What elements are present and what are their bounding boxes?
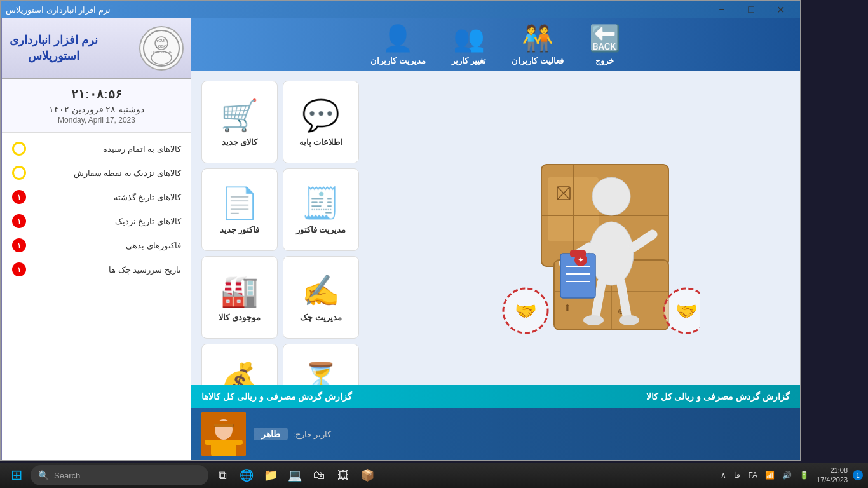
menu-icon-new-invoice: 📄 (220, 186, 259, 221)
alert-item-invoices-debt[interactable]: فاکتورهای بدهی۱ (7, 234, 186, 256)
menu-label-check-mgmt: مدیریت چک (300, 313, 342, 322)
menu-item-check-mgmt[interactable]: ✍️مدیریت چک (283, 256, 359, 339)
bottom-bar-link1[interactable]: گزارش گردش مصرفی و ریالی کل کالا (646, 391, 790, 402)
nav-item-exit[interactable]: 🔙خروج (589, 24, 621, 65)
minimize-button[interactable]: − (707, 1, 736, 18)
photoshop-icon[interactable]: 🖼 (332, 464, 355, 487)
svg-point-26 (583, 315, 604, 325)
menu-label-new-product: کالای جدید (222, 137, 258, 147)
menu-item-inventory[interactable]: 🏭موجودی کالا (201, 256, 278, 339)
app-title: نرم افزار انبارداری استوریلاس (10, 32, 98, 64)
menu-item-usage-history[interactable]: ⏳تاریخ مصرف (283, 344, 359, 385)
nav-label-change-user: تغییر کاربر (451, 56, 487, 65)
svg-point-0 (144, 30, 179, 66)
edge-icon[interactable]: 🌐 (235, 464, 258, 487)
app-icon-2[interactable]: 📦 (356, 464, 379, 487)
nav-label-user-mgmt: مدیریت کاربران (370, 56, 426, 65)
system-clock[interactable]: 21:08 17/4/2023 (817, 466, 848, 485)
nav-item-change-user[interactable]: 👥تغییر کاربر (451, 24, 487, 65)
menu-item-new-product[interactable]: 🛒کالای جدید (201, 81, 278, 163)
menu-icon-price-change: 💰 (220, 361, 259, 386)
alert-badge-red: ۱ (12, 238, 26, 252)
nav-label-user-activity: فعالیت کاربران (512, 56, 564, 65)
time-display: ۲۱:۰۸:۵۶ (10, 86, 184, 102)
nav-item-user-activity[interactable]: 🧑‍🤝‍🧑فعالیت کاربران (512, 24, 564, 65)
task-view-button[interactable]: ⧉ (211, 464, 234, 487)
menu-icon-basic-info: 💬 (302, 98, 340, 133)
taskbar-pinned-apps: ⧉ 🌐 📁 💻 🛍 🖼 📦 (211, 464, 379, 487)
window-title: نرم افزار انباردارى استوریلاس (6, 5, 111, 15)
menu-icon-check-mgmt: ✍️ (302, 273, 340, 309)
alert-label: تاریخ سررسید چک ها (109, 265, 181, 274)
clock-time: 21:08 (817, 466, 848, 475)
alert-badge-empty (12, 166, 26, 180)
avatar-icon (201, 412, 246, 456)
alert-item-near-expire[interactable]: کالاهای تاریخ نزدیک۱ (7, 210, 186, 232)
logo-icon: YOUR LOGO COMES HERE (142, 29, 180, 67)
title-bar: نرم افزار انباردارى استوریلاس − □ ✕ (1, 1, 800, 18)
taskbar-search-box[interactable]: 🔍 Search (31, 465, 208, 485)
svg-point-20 (592, 177, 630, 215)
nav-item-user-mgmt[interactable]: 👤مدیریت کاربران (370, 24, 426, 65)
icons-area: 🛒کالای جدید💬اطلاعات پایه📄فاکتور جدید🧾مدی… (191, 71, 800, 385)
app-icon-1[interactable]: 💻 (283, 464, 306, 487)
taskbar-left: ⊞ 🔍 Search ⧉ 🌐 📁 💻 🛍 🖼 📦 (5, 464, 379, 487)
user-info: کاربر خارج: طاهر (254, 428, 331, 440)
alert-label: کالاهای به اتمام رسیده (103, 144, 181, 154)
app-header: نرم افزار انبارداری استوریلاس YOUR LOGO … (2, 18, 191, 79)
maximize-button[interactable]: □ (736, 1, 766, 18)
icons-grid: 🛒کالای جدید💬اطلاعات پایه📄فاکتور جدید🧾مدی… (201, 81, 359, 375)
alerts-list: کالاهای به اتمام رسیدهکالاهای نزدیک به ن… (2, 133, 191, 460)
search-icon: 🔍 (38, 470, 49, 480)
search-placeholder: Search (54, 471, 80, 480)
menu-item-new-invoice[interactable]: 📄فاکتور جدید (201, 168, 278, 251)
start-button[interactable]: ⊞ (5, 464, 28, 487)
user-name: طاهر (254, 428, 288, 440)
window-controls: − □ ✕ (707, 1, 795, 18)
volume-icon[interactable]: 🔊 (780, 470, 794, 481)
svg-rect-44 (205, 440, 214, 445)
bottom-bar: گزارش گردش مصرفی و ریالی کل کالا گزارش گ… (191, 385, 800, 408)
keyboard-lang-icon[interactable]: فا (731, 470, 743, 481)
alert-label: کالاهای تاریخ نزدیک (115, 217, 181, 226)
store-icon[interactable]: 🛍 (308, 464, 330, 487)
notification-badge[interactable]: 1 (853, 470, 863, 480)
svg-rect-46 (214, 424, 234, 427)
user-avatar (201, 412, 246, 456)
alert-item-check-due[interactable]: تاریخ سررسید چک ها۱ (7, 259, 186, 280)
battery-icon[interactable]: 🔋 (797, 470, 811, 481)
alert-item-expired-soon[interactable]: کالاهای به اتمام رسیده (7, 138, 186, 159)
svg-text:✦: ✦ (578, 255, 584, 264)
center-illustration: ⚠ ☀ ⬆ ⊕ (369, 81, 790, 375)
menu-icon-new-product: 🛒 (220, 98, 259, 133)
menu-item-invoice-mgmt[interactable]: 🧾مدیریت فاکتور (283, 168, 359, 251)
menu-item-basic-info[interactable]: 💬اطلاعات پایه (283, 81, 359, 163)
date-persian: دوشنبه ۲۸ فروردین ۱۴۰۲ (10, 104, 184, 114)
menu-item-price-change[interactable]: 💰تغییر قیمت (201, 344, 278, 385)
bottom-bar-link2[interactable]: گزارش گردش مصرفی و ریالی کل کالاها (201, 391, 352, 402)
nav-icon-change-user: 👥 (453, 24, 485, 53)
lang-abbrev[interactable]: FA (745, 470, 760, 481)
wifi-icon[interactable]: 📶 (763, 470, 777, 481)
menu-label-inventory: موجودی کالا (219, 313, 261, 322)
alert-label: کالاهای نزدیک به نقطه سفارش (74, 168, 181, 178)
close-button[interactable]: ✕ (766, 1, 795, 18)
expand-tray-button[interactable]: ∧ (718, 470, 729, 481)
alert-item-expired-past[interactable]: کالاهای تاریخ گذشته۱ (7, 186, 186, 208)
alert-badge-red: ۱ (12, 262, 26, 276)
nav-icon-exit: 🔙 (589, 24, 621, 53)
datetime-box: ۲۱:۰۸:۵۶ دوشنبه ۲۸ فروردین ۱۴۰۲ Monday, … (2, 79, 191, 133)
svg-line-25 (621, 282, 627, 317)
svg-text:🤝: 🤝 (675, 301, 698, 322)
nav-icon-user-mgmt: 👤 (382, 24, 414, 53)
alert-label: کالاهای تاریخ گذشته (114, 193, 181, 202)
top-nav: 👤مدیریت کاربران👥تغییر کاربر🧑‍🤝‍🧑فعالیت ک… (191, 18, 800, 71)
svg-point-27 (619, 315, 639, 325)
alert-badge-empty (12, 142, 26, 156)
alert-item-near-order[interactable]: کالاهای نزدیک به نقطه سفارش (7, 162, 186, 184)
explorer-icon[interactable]: 📁 (259, 464, 282, 487)
system-tray: ∧ فا FA 📶 🔊 🔋 (718, 470, 811, 481)
menu-icon-usage-history: ⏳ (302, 361, 340, 386)
menu-label-basic-info: اطلاعات پایه (299, 137, 343, 147)
alert-badge-red: ۱ (12, 214, 26, 228)
